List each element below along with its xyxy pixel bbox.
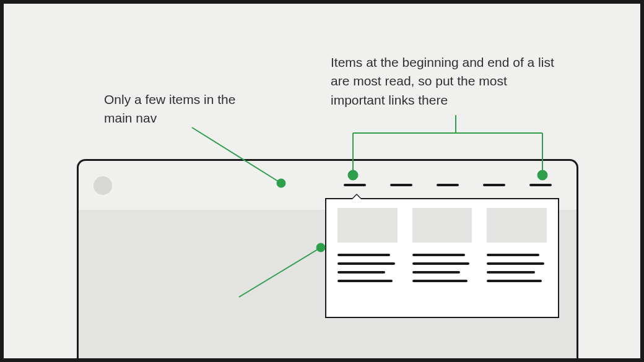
nav-item [483, 184, 505, 186]
main-nav [344, 184, 552, 186]
link-placeholder [487, 254, 539, 256]
card-placeholder [487, 208, 547, 243]
mega-menu-column [337, 208, 398, 288]
annotation-main-nav: Only a few items in the main nav [104, 90, 265, 128]
link-placeholder [337, 254, 390, 256]
nav-item [344, 184, 366, 186]
link-placeholder [337, 262, 395, 265]
mega-menu [325, 198, 559, 318]
link-placeholder [337, 280, 393, 282]
caret-up-icon [351, 194, 362, 199]
link-list [337, 254, 398, 282]
link-list [487, 254, 547, 282]
link-placeholder [412, 254, 465, 256]
link-list [412, 254, 472, 282]
nav-item [437, 184, 459, 186]
link-placeholder [487, 262, 544, 265]
link-placeholder [337, 271, 385, 274]
link-placeholder [412, 262, 470, 265]
card-placeholder [412, 208, 472, 243]
link-placeholder [412, 280, 468, 282]
link-placeholder [487, 271, 534, 274]
window-control-icon [94, 176, 112, 195]
link-placeholder [487, 280, 542, 282]
browser-diagram [77, 159, 578, 358]
mega-menu-column [487, 208, 547, 288]
card-placeholder [337, 208, 398, 243]
link-placeholder [412, 271, 460, 274]
annotation-list-ends: Items at the beginning and end of a list… [331, 53, 560, 110]
mega-menu-column [412, 208, 472, 288]
nav-item [390, 184, 412, 186]
nav-item [529, 184, 552, 186]
